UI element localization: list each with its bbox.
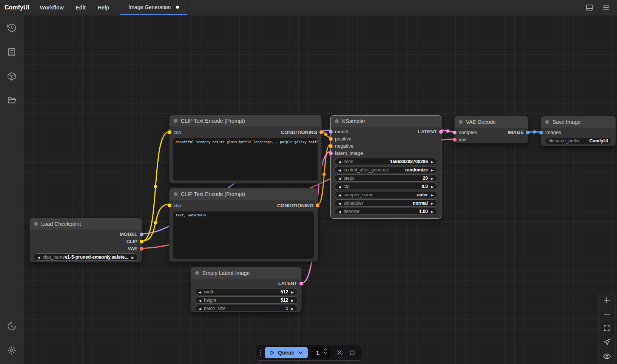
node-ksampler[interactable]: KSampler model LATENT positive negative … [330,115,441,219]
node-header[interactable]: KSampler [331,116,441,127]
increment-arrow-icon[interactable] [428,159,433,164]
bottom-panel-icon[interactable] [585,3,594,12]
decrement-arrow-icon[interactable] [338,201,341,206]
decrement-arrow-icon[interactable] [338,184,341,189]
output-slot-conditioning[interactable] [319,130,323,134]
collapse-dot-icon[interactable] [195,271,199,275]
select-mode-icon[interactable] [602,338,611,347]
node-header[interactable]: CLIP Text Encode (Prompt) [170,115,321,126]
menu-workflow[interactable]: Workflow [40,5,64,11]
stop-icon[interactable] [349,350,355,356]
workflow-tab[interactable]: Image Generation [120,0,188,15]
clear-queue-icon[interactable] [336,350,342,356]
fit-view-icon[interactable] [602,324,611,333]
number-widget-width[interactable]: width512 [195,288,298,295]
number-widget-denoise[interactable]: denoise1.00 [335,208,437,215]
collapse-dot-icon[interactable] [174,192,177,196]
unsaved-indicator-dot[interactable] [176,6,179,9]
model-library-icon[interactable] [3,68,20,85]
collapse-dot-icon[interactable] [335,119,339,123]
node-header[interactable]: Load Checkpoint [30,218,142,230]
output-slot-clip[interactable] [140,240,143,244]
node-save-image[interactable]: Save Image images filename_prefix ComfyU… [541,116,616,146]
increment-arrow-icon[interactable] [428,209,433,214]
node-header[interactable]: VAE Decode [455,116,528,128]
output-slot-image[interactable] [526,131,530,134]
combo-widget-sampler-name[interactable]: sampler_nameeuler [335,191,437,198]
node-header[interactable]: Save Image [541,116,615,128]
prompt-text-input[interactable]: text, watermark [173,211,314,259]
combo-widget-scheduler[interactable]: schedulernormal [335,199,437,207]
step-down-icon[interactable] [324,352,328,354]
increment-arrow-icon[interactable] [288,289,294,295]
node-graph-canvas[interactable]: Load Checkpoint MODEL CLIP VAE ckpt_name… [23,15,617,364]
increment-arrow-icon[interactable] [428,167,433,173]
combo-widget-control-after-generate[interactable]: control_after_generaterandomize [335,166,437,173]
output-slot-model[interactable] [140,233,143,236]
history-icon[interactable] [3,20,20,36]
increment-arrow-icon[interactable] [288,298,294,303]
number-widget-cfg[interactable]: cfg8.0 [335,183,437,190]
input-slot-clip[interactable] [168,130,171,134]
zoom-in-icon[interactable] [602,296,611,305]
theme-toggle-moon-icon[interactable] [3,318,20,335]
toggle-link-visibility-eye-icon[interactable] [602,352,611,361]
text-widget-filename-prefix[interactable]: filename_prefix ComfyUI [545,137,612,144]
decrement-arrow-icon[interactable] [338,192,341,197]
node-header[interactable]: CLIP Text Encode (Prompt) [170,188,318,200]
decrement-arrow-icon[interactable] [37,254,40,260]
input-slot-samples[interactable] [453,131,457,134]
increment-arrow-icon[interactable] [428,176,433,181]
collapse-dot-icon[interactable] [459,120,463,124]
hamburger-menu-icon[interactable] [602,3,610,12]
node-clip-text-encode-positive[interactable]: CLIP Text Encode (Prompt) clip CONDITION… [169,115,322,184]
input-slot-vae[interactable] [453,138,457,142]
increment-arrow-icon[interactable] [428,201,433,206]
collapse-dot-icon[interactable] [174,119,177,123]
number-widget-batch-size[interactable]: batch_size1 [195,305,298,312]
workflows-folder-icon[interactable] [3,92,20,109]
decrement-arrow-icon[interactable] [338,167,341,173]
number-widget-height[interactable]: height512 [195,296,298,304]
collapse-dot-icon[interactable] [545,120,549,124]
menu-help[interactable]: Help [98,5,109,11]
output-slot-latent[interactable] [299,282,303,285]
collapse-dot-icon[interactable] [34,222,38,226]
decrement-arrow-icon[interactable] [338,209,341,214]
batch-count-input[interactable]: 1 [312,347,330,358]
decrement-arrow-icon[interactable] [338,159,341,164]
decrement-arrow-icon[interactable] [199,289,201,295]
output-slot-latent[interactable] [439,130,443,134]
node-vae-decode[interactable]: VAE Decode samples IMAGE vae [454,116,528,143]
increment-arrow-icon[interactable] [428,184,433,189]
input-slot-latent-image[interactable] [329,151,333,155]
input-slot-images[interactable] [539,131,543,134]
number-widget-seed[interactable]: seed156680208700286 [335,158,437,165]
output-slot-conditioning[interactable] [316,204,319,207]
queue-button[interactable]: Queue [265,347,308,358]
decrement-arrow-icon[interactable] [199,306,201,311]
input-slot-model[interactable] [329,130,333,134]
output-slot-vae[interactable] [140,247,143,251]
input-slot-clip[interactable] [168,204,171,207]
node-empty-latent-image[interactable]: Empty Latent Image LATENT width512 heigh… [191,267,302,312]
prompt-text-input[interactable]: beautiful scenery nature glass bottle la… [173,138,318,180]
combo-widget-ckpt-name[interactable]: ckpt_name v1-5-pruned-emaonly.safete... [34,253,138,261]
increment-arrow-icon[interactable] [428,192,433,197]
input-slot-positive[interactable] [329,137,333,141]
decrement-arrow-icon[interactable] [199,298,201,303]
number-widget-steps[interactable]: steps20 [335,174,437,182]
increment-arrow-icon[interactable] [288,306,294,311]
menu-edit[interactable]: Edit [76,5,86,11]
node-header[interactable]: Empty Latent Image [191,267,301,279]
step-up-icon[interactable] [324,348,328,351]
node-load-checkpoint[interactable]: Load Checkpoint MODEL CLIP VAE ckpt_name… [29,218,142,262]
increment-arrow-icon[interactable] [128,254,134,260]
settings-gear-icon[interactable] [3,342,20,359]
drag-handle-icon[interactable] [260,350,261,356]
decrement-arrow-icon[interactable] [338,176,341,181]
input-slot-negative[interactable] [329,144,333,148]
node-clip-text-encode-negative[interactable]: CLIP Text Encode (Prompt) clip CONDITION… [169,188,318,262]
zoom-out-icon[interactable] [602,310,611,319]
node-library-icon[interactable] [3,44,20,60]
